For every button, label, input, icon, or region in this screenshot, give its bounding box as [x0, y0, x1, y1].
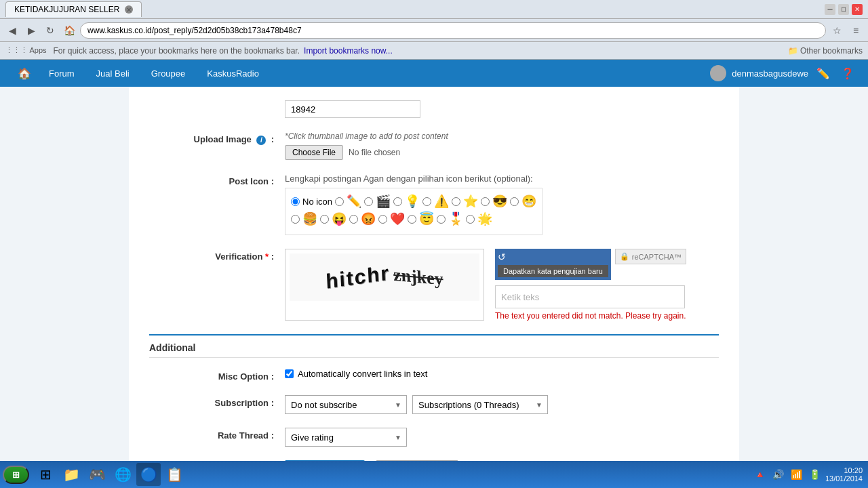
- subscription-form-label: Subscription :: [149, 395, 285, 414]
- upload-image-label: Upload Image i :: [149, 131, 285, 160]
- clock: 10:20 13/01/2014: [825, 466, 863, 483]
- user-avatar: [710, 65, 726, 81]
- icon-film: 🎬: [376, 194, 391, 209]
- captcha-image: hitchr znjkey: [290, 253, 479, 301]
- captcha-input-wrapper: [495, 285, 685, 308]
- title-bar: KETIDAKJUJURAN SELLER ✕ ─ □ ✕: [0, 0, 868, 19]
- post-icon-row: Post Icon : Lengkapi postingan Agan deng…: [149, 174, 719, 235]
- upload-note: *Click thumbnail image to add to post co…: [285, 131, 719, 141]
- star-button[interactable]: ☆: [829, 22, 845, 39]
- tray-icon-4[interactable]: 🔋: [807, 469, 823, 480]
- username: denmasbagusdewe: [732, 68, 808, 79]
- convert-links-checkbox[interactable]: [285, 369, 294, 378]
- taskbar-icon-6[interactable]: 📋: [162, 463, 186, 486]
- tray-icon-1[interactable]: 🔺: [752, 469, 768, 480]
- taskbar-icon-3[interactable]: 🎮: [85, 463, 109, 486]
- taskbar-icon-4[interactable]: 🌐: [111, 463, 135, 486]
- maximize-button[interactable]: □: [838, 4, 849, 15]
- threads-select[interactable]: Subscriptions (0 Threads): [412, 395, 548, 414]
- choose-file-button[interactable]: Choose File: [285, 145, 343, 160]
- menu-button[interactable]: ≡: [848, 22, 864, 39]
- icon-r2-4-radio[interactable]: [378, 215, 387, 224]
- post-icon-description: Lengkapi postingan Agan dengan pilihan i…: [285, 174, 719, 184]
- icon-bulb-radio[interactable]: [393, 197, 402, 206]
- captcha-section: hitchr znjkey ↺ Dapatkan kata pengujian …: [285, 249, 719, 321]
- taskbar-icon-1[interactable]: ⊞: [33, 463, 58, 486]
- tray-icon-3[interactable]: 📶: [789, 469, 804, 480]
- recaptcha-badge: 🔒 reCAPTCHA™: [615, 249, 686, 264]
- address-bar[interactable]: [80, 22, 826, 39]
- icon-grin: 😁: [521, 194, 536, 209]
- taskbar-icon-2[interactable]: 📁: [59, 463, 83, 486]
- icon-pencil: ✏️: [347, 194, 361, 209]
- site-home-icon[interactable]: 🏠: [11, 67, 38, 80]
- nav-kaskusradio[interactable]: KaskusRadio: [196, 60, 270, 87]
- rate-thread-select[interactable]: Give rating 1 star 2 stars 3 stars 4 sta…: [285, 428, 407, 447]
- upload-image-content: *Click thumbnail image to add to post co…: [285, 131, 719, 160]
- icon-r2-6: 🎖️: [448, 211, 463, 226]
- icon-grin-radio[interactable]: [510, 197, 519, 206]
- bookmarks-apps[interactable]: ⋮⋮⋮ Apps: [5, 46, 47, 55]
- taskbar-icon-5[interactable]: 🔵: [136, 463, 161, 486]
- nav-forum[interactable]: Forum: [38, 60, 85, 87]
- verification-row: Verification * : hitchr znjkey: [149, 249, 719, 321]
- post-icon-label: Post Icon :: [149, 174, 285, 235]
- bookmarks-prompt: For quick access, place your bookmarks h…: [54, 46, 300, 56]
- home-button[interactable]: 🏠: [61, 22, 77, 39]
- recaptcha-text: reCAPTCHA™: [632, 253, 682, 261]
- browser-tab[interactable]: KETIDAKJUJURAN SELLER ✕: [5, 1, 142, 17]
- icon-r2-6-radio[interactable]: [437, 215, 446, 224]
- start-button[interactable]: ⊞: [3, 466, 29, 484]
- threads-select-wrapper: Subscriptions (0 Threads): [412, 395, 548, 414]
- tab-title: KETIDAKJUJURAN SELLER: [14, 5, 119, 14]
- icon-cool-radio[interactable]: [481, 197, 490, 206]
- rate-select-wrapper: Give rating 1 star 2 stars 3 stars 4 sta…: [285, 428, 407, 447]
- icon-film-radio[interactable]: [364, 197, 373, 206]
- tab-close-button[interactable]: ✕: [125, 5, 133, 14]
- other-bookmarks[interactable]: 📁 Other bookmarks: [788, 46, 863, 56]
- help-icon[interactable]: ❓: [838, 64, 857, 83]
- back-button[interactable]: ◀: [4, 22, 20, 39]
- captcha-input[interactable]: [495, 285, 685, 308]
- subscription-select[interactable]: Do not subscribe Subscribe Subscribe (di…: [285, 395, 407, 414]
- tray-icon-2[interactable]: 🔊: [770, 469, 786, 480]
- convert-links-label: Automatically convert links in text: [298, 369, 427, 379]
- verification-content: hitchr znjkey ↺ Dapatkan kata pengujian …: [285, 249, 719, 321]
- icon-bulb: 💡: [405, 194, 420, 209]
- thread-id-input[interactable]: [285, 100, 420, 118]
- captcha-text-2: znjkey: [393, 265, 443, 290]
- forward-button[interactable]: ▶: [23, 22, 39, 39]
- import-bookmarks-link[interactable]: Import bookmarks now...: [304, 46, 393, 56]
- icon-row-1: No icon ✏️ 🎬 💡 ⚠️ ⭐ 😎: [291, 194, 536, 209]
- captcha-tooltip: Dapatkan kata pengujian baru: [498, 265, 608, 277]
- icon-r2-3-radio[interactable]: [349, 215, 358, 224]
- icon-star-radio[interactable]: [452, 197, 460, 206]
- nav-jualbeli[interactable]: Jual Beli: [85, 60, 140, 87]
- file-input-row: Choose File No file chosen: [285, 145, 719, 160]
- thread-id-row: [149, 100, 719, 118]
- minimize-button[interactable]: ─: [825, 4, 835, 15]
- misc-option-content: Automatically convert links in text: [285, 369, 719, 382]
- captcha-image-box: hitchr znjkey: [285, 249, 484, 321]
- icon-pencil-radio[interactable]: [335, 197, 344, 206]
- additional-section: Additional Misc Option Misc Option : Aut…: [149, 334, 719, 461]
- edit-icon[interactable]: ✏️: [814, 64, 833, 83]
- icon-r2-2-radio[interactable]: [320, 215, 329, 224]
- subscription-select-wrapper: Do not subscribe Subscribe Subscribe (di…: [285, 395, 407, 414]
- upload-info-icon[interactable]: i: [256, 136, 266, 145]
- subscription-controls: Do not subscribe Subscribe Subscribe (di…: [285, 395, 719, 414]
- captcha-controls: ↺ Dapatkan kata pengujian baru 🔒 reCAPTC…: [495, 249, 686, 321]
- icon-r2-5-radio[interactable]: [408, 215, 416, 224]
- icon-none-radio[interactable]: [291, 197, 300, 206]
- browser-frame: KETIDAKJUJURAN SELLER ✕ ─ □ ✕ ◀ ▶ ↻ 🏠 ☆ …: [0, 0, 868, 488]
- icon-r2-7-radio[interactable]: [466, 215, 475, 224]
- icon-r2-4: ❤️: [390, 211, 405, 226]
- captcha-buttons-row: ↺ Dapatkan kata pengujian baru 🔒 reCAPTC…: [495, 249, 686, 280]
- icon-warn-radio[interactable]: [422, 197, 431, 206]
- reload-button[interactable]: ↻: [42, 22, 58, 39]
- icon-r2-1-radio[interactable]: [291, 215, 300, 224]
- nav-groupee[interactable]: Groupee: [140, 60, 197, 87]
- taskbar-date: 13/01/2014: [825, 474, 863, 483]
- close-window-button[interactable]: ✕: [852, 4, 863, 15]
- captcha-refresh-button[interactable]: ↺ Dapatkan kata pengujian baru: [495, 249, 611, 280]
